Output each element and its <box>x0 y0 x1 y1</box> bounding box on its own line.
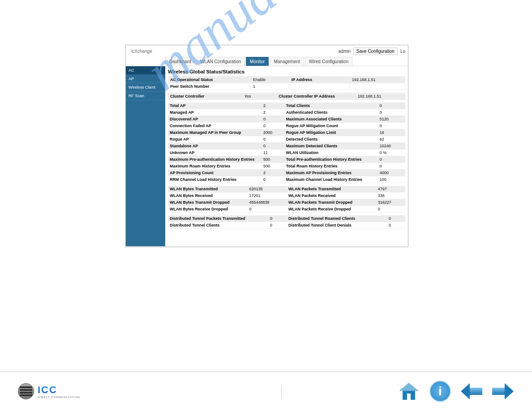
value: 0 <box>262 136 284 143</box>
next-page-arrow-icon[interactable] <box>492 380 514 402</box>
label: Maximum Associated Clients <box>284 116 378 123</box>
value: Enable <box>251 77 290 83</box>
value: 1 <box>251 83 290 90</box>
label: Connection Failed AP <box>168 123 262 129</box>
value <box>350 83 405 90</box>
label: WLAN Packets Transmit Dropped <box>287 199 376 206</box>
tunnel-table: Distributed Tunnel Packets Transmitted0D… <box>168 215 405 229</box>
value: 0 <box>376 206 405 213</box>
tab-dashboard[interactable]: Dashboard <box>165 57 195 66</box>
sidebar-item-ac[interactable]: AC <box>126 66 165 75</box>
header-logout-fragment[interactable]: Lo <box>400 49 405 54</box>
value: 192.168.1.51 <box>350 77 405 83</box>
footer-vertical-divider <box>281 385 282 398</box>
stats-table: Total AP2Total Clients0Managed AP2Authen… <box>168 103 405 183</box>
label: Cluster Controller <box>168 93 243 100</box>
value: 0 <box>387 215 405 222</box>
footer-logo: ICC SIMPLY COMMUNICATION <box>18 383 80 399</box>
save-configuration-button[interactable]: Save Configuration <box>353 47 398 55</box>
value: 5120 <box>378 116 405 123</box>
sidebar: AC AP Wireless Client RF Scan <box>126 66 165 246</box>
label: WLAN Packets Received <box>287 193 376 199</box>
value: 500 <box>262 163 284 170</box>
label: Managed AP <box>168 109 262 116</box>
label: Maximum Pre-authentication History Entri… <box>168 156 262 163</box>
prev-page-arrow-icon[interactable] <box>460 380 483 402</box>
label: Cluster Controller IP Address <box>277 93 356 100</box>
label: AC Operational Status <box>168 77 251 83</box>
table-row: Standalone AP0Maximum Detected Clients10… <box>168 143 405 150</box>
label: RRM Channel Load History Entries <box>168 176 262 183</box>
label: Distributed Tunnel Client Denials <box>287 222 387 229</box>
label: Maximum Channel Load History Entries <box>284 176 378 183</box>
label: WLAN Bytes Receive Dropped <box>168 206 247 213</box>
value: 316227 <box>376 199 405 206</box>
label: WLAN Bytes Received <box>168 193 247 199</box>
label: WLAN Bytes Transmit Dropped <box>168 199 247 206</box>
value: 0 <box>387 222 405 229</box>
value: 338 <box>376 193 405 199</box>
value: 16 <box>378 129 405 136</box>
header-user: admin <box>339 49 351 54</box>
value: 620135 <box>247 186 287 193</box>
table-row: Managed AP2Authenticated Clients0 <box>168 109 405 116</box>
table-row: WLAN Bytes Receive Dropped0WLAN Packets … <box>168 206 405 213</box>
status-summary-table: AC Operational Status Enable IP Address … <box>168 76 405 90</box>
label: WLAN Packets Transmitted <box>287 186 376 193</box>
table-row: WLAN Bytes Received17201WLAN Packets Rec… <box>168 193 405 199</box>
label: Maximum Managed AP in Peer Group <box>168 129 262 136</box>
label: Maximum Roam History Entries <box>168 163 262 170</box>
content-panel: Wireless Global Status/Statistics AC Ope… <box>165 66 408 246</box>
label: Peer Switch Number <box>168 83 251 90</box>
sidebar-item-rf-scan[interactable]: RF Scan <box>126 92 165 100</box>
sidebar-item-ap[interactable]: AP <box>126 75 165 83</box>
value: 2 <box>262 109 284 116</box>
tab-wlan-configuration[interactable]: WLAN Configuration <box>196 57 245 66</box>
value: 2 <box>262 170 284 176</box>
label: Total Pre-authentication History Entries <box>284 156 378 163</box>
table-row: AP Provisioning Count2Maximum AP Provisi… <box>168 170 405 176</box>
label: Rogue AP Mitigation Count <box>284 123 378 129</box>
info-icon[interactable]: i <box>429 380 451 402</box>
label: WLAN Bytes Transmitted <box>168 186 247 193</box>
tab-monitor[interactable]: Monitor <box>246 57 269 66</box>
value: 0 <box>378 103 405 109</box>
sidebar-item-wireless-client[interactable]: Wireless Client <box>126 83 165 92</box>
table-row: Maximum Pre-authentication History Entri… <box>168 156 405 163</box>
logo-text: ICC <box>38 384 80 396</box>
value: 455448838 <box>247 199 287 206</box>
tab-management[interactable]: Management <box>270 57 304 66</box>
value: 62 <box>378 136 405 143</box>
table-row: Unknown AP11WLAN Utilization0 % <box>168 150 405 156</box>
label: Maximum Detected Clients <box>284 143 378 150</box>
value: 0 <box>378 123 405 129</box>
table-row: Distributed Tunnel Clients0Distributed T… <box>168 222 405 229</box>
table-row: Discovered AP0Maximum Associated Clients… <box>168 116 405 123</box>
document-footer: ICC SIMPLY COMMUNICATION i <box>0 372 532 411</box>
tab-wired-configuration[interactable]: Wired Configuration <box>305 57 352 66</box>
value: 100 <box>378 176 405 183</box>
label: IP Address <box>289 77 350 83</box>
value: 4797 <box>376 186 405 193</box>
page-title: Wireless Global Status/Statistics <box>168 68 405 76</box>
table-row: Maximum Managed AP in Peer Group2000Rogu… <box>168 129 405 136</box>
home-icon[interactable] <box>398 380 420 402</box>
value: 11 <box>262 150 284 156</box>
value: 0 <box>268 222 287 229</box>
value: Yes <box>242 93 277 100</box>
value: 0 <box>262 176 284 183</box>
label: Distributed Tunnel Packets Transmitted <box>168 215 268 222</box>
label: Total Roam History Entries <box>284 163 378 170</box>
value: 0 <box>247 206 287 213</box>
label: Rogue AP Mitigation Limit <box>284 129 378 136</box>
app-header: icXchange admin Save Configuration Lo <box>126 45 408 57</box>
table-row: Maximum Roam History Entries500Total Roa… <box>168 163 405 170</box>
value: 17201 <box>247 193 287 199</box>
label: Standalone AP <box>168 143 262 150</box>
cluster-table: Cluster Controller Yes Cluster Controlle… <box>168 93 405 100</box>
value: 0 % <box>378 150 405 156</box>
table-row: Total AP2Total Clients0 <box>168 103 405 109</box>
label: Rogue AP <box>168 136 262 143</box>
brand-label: icXchange <box>129 47 155 56</box>
value: 10240 <box>378 143 405 150</box>
